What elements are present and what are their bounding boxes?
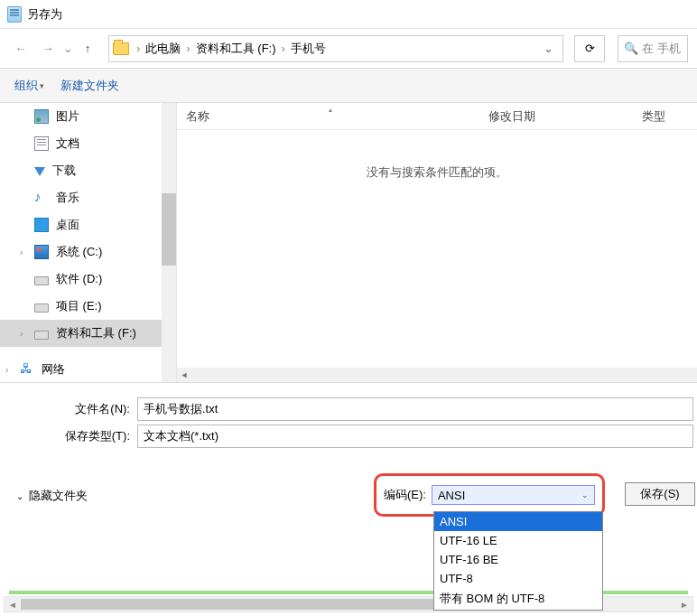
chevron-right-icon[interactable]: ›: [5, 365, 8, 375]
sidebar-item-label: 软件 (D:): [56, 271, 102, 287]
sidebar-item-drive-d[interactable]: 软件 (D:): [0, 266, 176, 293]
address-bar[interactable]: › 此电脑 › 资料和工具 (F:) › 手机号 ⌄: [108, 35, 563, 62]
breadcrumb-label: 资料和工具 (F:): [196, 41, 276, 57]
encoding-option[interactable]: 带有 BOM 的 UTF-8: [434, 588, 602, 610]
new-folder-button[interactable]: 新建文件夹: [55, 74, 125, 98]
encoding-label: 编码(E):: [384, 487, 426, 503]
save-button[interactable]: 保存(S): [625, 482, 695, 506]
filename-input[interactable]: 手机号数据.txt: [137, 397, 693, 421]
filetype-label: 保存类型(T):: [0, 428, 137, 444]
search-placeholder: 在 手机: [642, 41, 681, 57]
sidebar-item-documents[interactable]: 文档: [0, 130, 176, 157]
document-icon: [34, 136, 49, 151]
chevron-right-icon[interactable]: ›: [20, 329, 23, 339]
sidebar-item-network[interactable]: ›🖧网络: [0, 356, 176, 382]
column-type[interactable]: 类型: [633, 108, 674, 125]
scroll-left-icon[interactable]: ◄: [177, 368, 191, 382]
search-icon: 🔍: [624, 42, 638, 55]
sidebar-item-label: 项目 (E:): [56, 298, 102, 314]
back-button[interactable]: ←: [9, 37, 33, 61]
sidebar-item-label: 资料和工具 (F:): [56, 325, 136, 341]
encoding-highlight: 编码(E): ANSI ⌄: [374, 473, 605, 517]
pictures-icon: [34, 109, 49, 124]
network-icon: 🖧: [20, 362, 34, 377]
breadcrumb-item[interactable]: 手机号: [287, 36, 330, 61]
sidebar-scrollbar[interactable]: [162, 103, 176, 382]
scroll-right-icon[interactable]: ►: [676, 597, 692, 611]
chevron-down-icon: ⌄: [581, 490, 589, 499]
encoding-dropdown: ANSI UTF-16 LE UTF-16 BE UTF-8 带有 BOM 的 …: [433, 511, 603, 611]
navbar: ← → ⌄ ↑ › 此电脑 › 资料和工具 (F:) › 手机号 ⌄ ⟳ 🔍 在…: [0, 29, 697, 69]
hide-folders-toggle[interactable]: ⌄ 隐藏文件夹: [16, 488, 88, 504]
column-name[interactable]: 名称: [177, 108, 479, 125]
encoding-combo[interactable]: ANSI ⌄: [432, 485, 595, 505]
sidebar-item-label: 音乐: [56, 190, 79, 206]
notepad-icon: [7, 6, 22, 23]
sidebar-item-drive-e[interactable]: 项目 (E:): [0, 293, 176, 320]
scroll-left-icon[interactable]: ◄: [5, 597, 21, 611]
sidebar-item-music[interactable]: ♪音乐: [0, 184, 176, 211]
filename-value: 手机号数据.txt: [144, 401, 218, 417]
encoding-option[interactable]: UTF-8: [434, 569, 602, 588]
download-icon: [34, 167, 45, 176]
sidebar-item-drive-c[interactable]: ›系统 (C:): [0, 238, 176, 266]
sidebar-item-label: 桌面: [56, 217, 79, 233]
forward-button: →: [36, 37, 60, 61]
column-date[interactable]: 修改日期: [479, 108, 633, 125]
file-pane: 名称 修改日期 类型 没有与搜索条件匹配的项。 ◄: [176, 103, 697, 382]
drive-icon: [34, 276, 49, 285]
breadcrumb-label: 手机号: [291, 41, 326, 57]
search-input[interactable]: 🔍 在 手机: [618, 35, 688, 62]
system-drive-icon: [34, 245, 49, 259]
toolbar: 组织 ▾ 新建文件夹: [0, 69, 697, 103]
scrollbar-thumb[interactable]: [162, 193, 176, 266]
chevron-down-icon: ▾: [40, 81, 44, 90]
chevron-right-icon[interactable]: ›: [184, 42, 191, 55]
breadcrumb-item[interactable]: 此电脑: [142, 36, 184, 61]
encoding-option[interactable]: UTF-16 BE: [434, 550, 602, 569]
encoding-option[interactable]: ANSI: [434, 512, 602, 531]
organize-label: 组织: [14, 78, 38, 94]
encoding-option[interactable]: UTF-16 LE: [434, 531, 602, 550]
column-headers: 名称 修改日期 类型: [177, 103, 697, 130]
hide-folders-label: 隐藏文件夹: [29, 488, 88, 504]
chevron-down-icon[interactable]: ⌄: [63, 42, 72, 55]
drive-icon: [34, 303, 49, 313]
window-title: 另存为: [27, 6, 62, 23]
sidebar-item-downloads[interactable]: 下载: [0, 157, 176, 184]
folder-icon: [113, 42, 129, 55]
sidebar-item-label: 网络: [42, 361, 65, 378]
empty-message: 没有与搜索条件匹配的项。: [177, 130, 697, 368]
organize-menu[interactable]: 组织 ▾: [9, 74, 50, 98]
address-dropdown-icon[interactable]: ⌄: [538, 42, 559, 55]
sidebar-item-label: 图片: [56, 108, 79, 125]
sidebar-item-desktop[interactable]: 桌面: [0, 211, 176, 238]
sidebar-item-label: 下载: [52, 163, 76, 179]
chevron-right-icon[interactable]: ›: [135, 42, 142, 55]
desktop-icon: [34, 218, 49, 232]
music-icon: ♪: [34, 191, 49, 205]
breadcrumb-label: 此电脑: [145, 41, 181, 57]
filename-label: 文件名(N):: [0, 401, 137, 417]
titlebar: 另存为: [0, 0, 697, 29]
encoding-value: ANSI: [438, 489, 465, 502]
filepane-scrollbar[interactable]: ◄: [177, 368, 697, 382]
sidebar-item-pictures[interactable]: 图片: [0, 103, 176, 130]
filetype-combo[interactable]: 文本文档(*.txt): [137, 425, 693, 448]
drive-icon: [34, 331, 49, 340]
up-button[interactable]: ↑: [76, 37, 99, 61]
refresh-button[interactable]: ⟳: [574, 35, 605, 62]
chevron-right-icon[interactable]: ›: [20, 247, 23, 257]
sidebar-item-drive-f[interactable]: ›资料和工具 (F:): [0, 320, 176, 347]
chevron-right-icon[interactable]: ›: [280, 42, 287, 55]
file-fields: 文件名(N): 手机号数据.txt 保存类型(T): 文本文档(*.txt): [0, 383, 697, 455]
sidebar-item-label: 系统 (C:): [56, 244, 102, 260]
sidebar: 图片 文档 下载 ♪音乐 桌面 ›系统 (C:) 软件 (D:) 项目 (E:)…: [0, 103, 176, 382]
filetype-value: 文本文档(*.txt): [144, 428, 218, 444]
chevron-down-icon: ⌄: [16, 491, 23, 501]
breadcrumb-item[interactable]: 资料和工具 (F:): [192, 36, 280, 61]
bottom-bar: ⌄ 隐藏文件夹 编码(E): ANSI ⌄ ANSI UTF-16 LE UTF…: [0, 455, 697, 555]
sidebar-item-label: 文档: [56, 135, 79, 152]
refresh-icon: ⟳: [585, 42, 595, 55]
